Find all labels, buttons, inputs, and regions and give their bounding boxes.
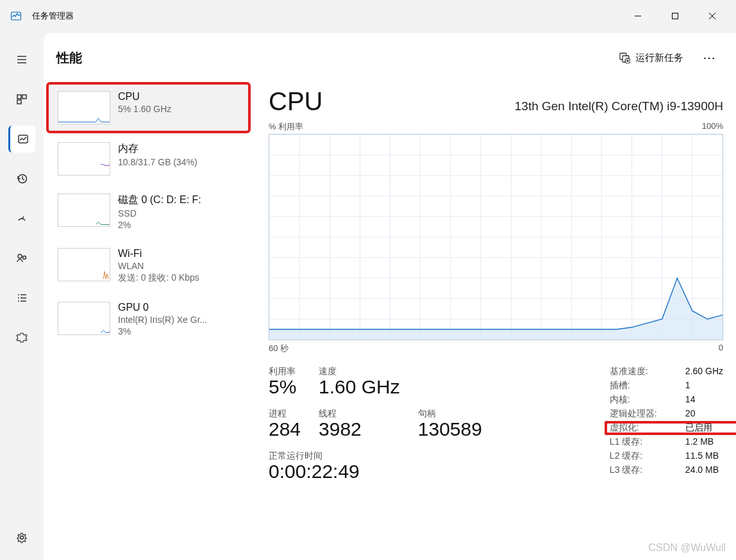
speed-value: 1.60 GHz [319,376,400,398]
memory-thumb [58,142,110,176]
handle-value: 130589 [418,418,482,440]
run-task-label: 运行新任务 [635,52,683,64]
virt-value: 已启用 [685,422,723,434]
proc-value: 284 [269,418,301,440]
perf-sub2: 发送: 0 接收: 0 Kbps [118,272,199,284]
watermark: CSDN @WuWull [648,542,726,554]
nav-rail [0,32,44,560]
sockets-value: 1 [685,380,723,391]
perf-sub: 10.8/31.7 GB (34%) [118,157,197,167]
thread-value: 3982 [319,418,400,440]
svg-point-18 [18,297,19,299]
perf-sub2: 2% [118,220,201,230]
graph-label-topright: 100% [702,121,723,133]
l3-value: 24.0 MB [685,465,723,476]
settings-icon[interactable] [8,524,35,551]
run-new-task-button[interactable]: 运行新任务 [612,48,690,68]
svg-point-20 [18,301,19,302]
base-speed-label: 基准速度: [610,366,685,377]
details-tab-icon[interactable] [8,284,35,311]
detail-title: CPU [269,87,322,116]
titlebar: 任务管理器 [0,0,736,32]
util-value: 5% [269,376,301,398]
users-tab-icon[interactable] [8,245,35,272]
svg-rect-8 [17,95,21,99]
services-tab-icon[interactable] [8,324,35,351]
graph-label-topleft: % 利用率 [269,121,303,133]
svg-point-15 [23,256,26,259]
maximize-button[interactable] [657,3,694,29]
perf-item-disk[interactable]: 磁盘 0 (C: D: E: F: SSD 2% [46,185,251,239]
logical-value: 20 [685,408,723,420]
graph-label-bottomleft: 60 秒 [269,343,289,354]
perf-sub: SSD [118,208,201,218]
l2-value: 11.5 MB [685,450,723,462]
more-button[interactable]: ⋯ [696,46,723,69]
perf-name: 内存 [118,142,197,156]
l3-label: L3 缓存: [610,465,685,476]
close-button[interactable] [694,3,731,29]
run-task-icon [619,52,630,63]
svg-point-22 [21,536,24,539]
cores-value: 14 [685,394,723,406]
perf-item-memory[interactable]: 内存 10.8/31.7 GB (34%) [46,133,251,185]
perf-list: CPU 5% 1.60 GHz 内存 10.8/31.7 GB (34%) 磁盘… [44,82,253,560]
window-controls [619,3,731,29]
perf-item-cpu[interactable]: CPU 5% 1.60 GHz [46,82,251,133]
base-speed-value: 2.60 GHz [685,366,723,377]
app-icon [10,10,22,22]
l1-value: 1.2 MB [685,436,723,448]
content-header: 性能 运行新任务 ⋯ [44,33,736,82]
app-title: 任务管理器 [32,10,74,22]
perf-item-wifi[interactable]: Wi-Fi WLAN 发送: 0 接收: 0 Kbps [46,239,251,293]
minimize-button[interactable] [619,3,657,29]
gpu-thumb [58,302,110,335]
logical-label: 逻辑处理器: [610,408,685,420]
processes-tab-icon[interactable] [8,86,35,113]
perf-name: Wi-Fi [118,248,199,259]
svg-rect-10 [17,100,21,104]
disk-thumb [58,194,110,227]
startup-tab-icon[interactable] [8,205,35,232]
sockets-label: 插槽: [610,380,685,391]
wifi-thumb [58,248,110,281]
l1-label: L1 缓存: [610,436,685,448]
page-title: 性能 [56,49,82,67]
cpu-model: 13th Gen Intel(R) Core(TM) i9-13900H [515,99,723,113]
perf-name: CPU [118,91,171,103]
perf-name: 磁盘 0 (C: D: E: F: [118,194,201,207]
hamburger-icon[interactable] [8,46,35,73]
svg-point-14 [18,254,22,258]
perf-sub: Intel(R) Iris(R) Xe Gr... [118,315,207,325]
cpu-specs: 基准速度: 2.60 GHz 插槽: 1 内核: 14 逻辑处理器: 20 虚拟… [610,366,723,482]
perf-name: GPU 0 [118,302,207,313]
graph-label-bottomright: 0 [719,343,723,354]
performance-tab-icon[interactable] [8,126,35,152]
perf-item-gpu[interactable]: GPU 0 Intel(R) Iris(R) Xe Gr... 3% [46,293,251,345]
perf-sub: 5% 1.60 GHz [118,104,171,114]
detail-panel: CPU 13th Gen Intel(R) Core(TM) i9-13900H… [253,82,736,560]
app-history-tab-icon[interactable] [8,165,35,192]
content-card: 性能 运行新任务 ⋯ CPU 5% 1.60 GHz [44,33,736,560]
svg-point-16 [18,294,19,295]
cpu-utilization-graph [269,134,723,340]
perf-sub2: 3% [118,326,207,336]
cores-label: 内核: [610,394,685,406]
cpu-thumb [58,91,110,124]
uptime-value: 0:00:22:49 [269,461,482,482]
virt-label: 虚拟化: [610,422,685,434]
l2-label: L2 缓存: [610,450,685,462]
perf-sub: WLAN [118,261,199,271]
svg-rect-9 [22,95,26,99]
svg-rect-2 [673,13,678,19]
